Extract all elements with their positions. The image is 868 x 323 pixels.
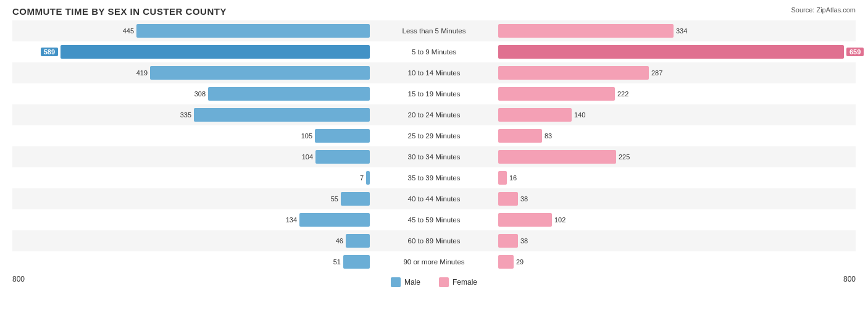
male-value: 589	[41, 48, 58, 56]
male-value: 7	[360, 174, 364, 182]
row-label: 45 to 59 Minutes	[372, 216, 496, 224]
male-value: 51	[333, 258, 341, 266]
legend-female: Female	[439, 277, 477, 287]
male-value: 335	[180, 111, 191, 119]
row-label: 35 to 39 Minutes	[372, 174, 496, 182]
chart-rows: 445Less than 5 Minutes3345895 to 9 Minut…	[12, 20, 856, 272]
female-value: 83	[545, 132, 552, 140]
table-row: 4660 to 89 Minutes38	[12, 230, 856, 251]
female-value: 334	[676, 27, 687, 35]
row-label: 20 to 24 Minutes	[372, 111, 496, 119]
female-value: 222	[617, 90, 628, 98]
female-value: 38	[520, 195, 528, 203]
table-row: 5540 to 44 Minutes38	[12, 188, 856, 209]
row-label: 10 to 14 Minutes	[372, 69, 496, 77]
row-label: 15 to 19 Minutes	[372, 90, 496, 98]
source-label: Source: ZipAtlas.com	[791, 6, 856, 14]
male-value: 308	[194, 90, 206, 98]
table-row: 30815 to 19 Minutes222	[12, 83, 856, 104]
chart-title: COMMUTE TIME BY SEX IN CUSTER COUNTY	[12, 6, 856, 17]
female-value: 225	[619, 153, 630, 161]
row-label: 90 or more Minutes	[372, 258, 496, 266]
table-row: 33520 to 24 Minutes140	[12, 104, 856, 125]
female-value: 659	[846, 48, 864, 56]
axis-bottom: 800 Male Female 800	[12, 275, 856, 287]
table-row: 41910 to 14 Minutes287	[12, 62, 856, 83]
legend-male: Male	[391, 277, 420, 287]
table-row: 735 to 39 Minutes16	[12, 167, 856, 188]
female-value: 102	[554, 216, 565, 224]
male-value: 445	[123, 27, 134, 35]
row-label: 40 to 44 Minutes	[372, 195, 496, 203]
table-row: 10430 to 34 Minutes225	[12, 146, 856, 167]
row-label: 25 to 29 Minutes	[372, 132, 496, 140]
male-value: 419	[136, 69, 148, 77]
male-value: 104	[302, 153, 313, 161]
legend-male-box	[391, 277, 401, 287]
female-value: 16	[509, 174, 517, 182]
chart-container: COMMUTE TIME BY SEX IN CUSTER COUNTY Sou…	[0, 0, 868, 323]
male-value: 55	[331, 195, 338, 203]
legend-female-box	[439, 277, 449, 287]
row-label: Less than 5 Minutes	[372, 27, 496, 35]
table-row: 13445 to 59 Minutes102	[12, 209, 856, 230]
table-row: 10525 to 29 Minutes83	[12, 125, 856, 146]
female-value: 29	[516, 258, 524, 266]
female-value: 140	[574, 111, 585, 119]
female-value: 287	[651, 69, 662, 77]
male-value: 134	[286, 216, 297, 224]
axis-right-label: 800	[843, 275, 856, 287]
female-value: 38	[520, 237, 528, 245]
legend: Male Female	[391, 277, 477, 287]
male-value: 46	[336, 237, 343, 245]
male-value: 105	[301, 132, 312, 140]
table-row: 5190 or more Minutes29	[12, 251, 856, 272]
row-label: 60 to 89 Minutes	[372, 237, 496, 245]
axis-left-label: 800	[12, 275, 25, 287]
table-row: 445Less than 5 Minutes334	[12, 20, 856, 41]
row-label: 5 to 9 Minutes	[372, 48, 496, 56]
legend-male-label: Male	[404, 278, 420, 287]
legend-female-label: Female	[453, 278, 477, 287]
table-row: 5895 to 9 Minutes659	[12, 41, 856, 62]
row-label: 30 to 34 Minutes	[372, 153, 496, 161]
